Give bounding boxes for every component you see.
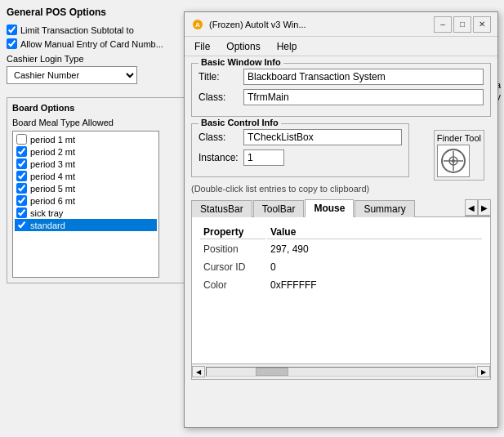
period3-label: period 3 mt — [30, 159, 75, 169]
meal-type-checklist[interactable]: period 1 mt period 2 mt period 3 mt peri… — [12, 131, 159, 278]
period1-checkbox[interactable] — [16, 134, 27, 145]
basic-control-info-title: Basic Control Info — [198, 118, 281, 127]
period6-checkbox[interactable] — [16, 195, 27, 206]
finder-tool-icon[interactable] — [437, 145, 470, 177]
period1-label: period 1 mt — [30, 135, 75, 145]
basic-window-info-title: Basic Window Info — [198, 57, 283, 67]
title-bar-buttons: – □ ✕ — [434, 16, 491, 33]
tab-summary[interactable]: Summary — [355, 200, 414, 217]
tabs-container: StatusBar ToolBar Mouse Summary ◀ ▶ Prop… — [191, 198, 491, 398]
autoit-icon: A — [191, 18, 204, 31]
finder-tool-box: Finder Tool — [434, 130, 484, 181]
standard-checkbox[interactable] — [16, 220, 27, 230]
control-class-row: Class: — [198, 129, 402, 145]
standard-label: standard — [30, 221, 65, 230]
allow-manual-entry-label: Allow Manual Entry of Card Numb... — [20, 39, 163, 49]
tab-statusbar[interactable]: StatusBar — [191, 200, 252, 217]
tabs-row: StatusBar ToolBar Mouse Summary ◀ ▶ — [191, 198, 491, 217]
close-button[interactable]: ✕ — [473, 16, 491, 33]
window-title: (Frozen) AutoIt v3 Win... — [209, 20, 306, 29]
limit-transaction-checkbox[interactable] — [7, 25, 17, 35]
svg-text:A: A — [195, 21, 200, 29]
list-item[interactable]: period 2 mt — [15, 145, 157, 158]
tab-toolbar[interactable]: ToolBar — [253, 200, 305, 217]
position-prop: Position — [200, 241, 265, 257]
board-options-title: Board Options — [12, 103, 184, 113]
title-row: Title: — [198, 69, 484, 85]
period3-checkbox[interactable] — [16, 158, 27, 169]
class-field-label: Class: — [198, 91, 243, 103]
period2-label: period 2 mt — [30, 147, 75, 157]
list-item[interactable]: period 3 mt — [15, 158, 157, 170]
title-bar-left: A (Frozen) AutoIt v3 Win... — [191, 18, 306, 31]
limit-transaction-row: Limit Transaction Subtotal to — [7, 25, 190, 35]
dblclick-hint: (Double-click list entries to copy to cl… — [191, 184, 491, 194]
finder-tool-label: Finder Tool — [437, 133, 481, 143]
period2-checkbox[interactable] — [16, 146, 27, 157]
maximize-button[interactable]: □ — [453, 16, 471, 33]
mouse-properties-table: Property Value Position 297, 490 Cursor … — [198, 224, 484, 295]
limit-transaction-label: Limit Transaction Subtotal to — [20, 25, 134, 35]
cursor-id-prop: Cursor ID — [200, 259, 265, 275]
instance-label: Instance: — [198, 152, 243, 163]
tab-prev-button[interactable]: ◀ — [465, 199, 478, 216]
basic-window-info-group: Basic Window Info Title: Class: — [191, 63, 491, 117]
title-field-label: Title: — [198, 71, 243, 82]
horizontal-scrollbar: ◀ ▶ — [191, 364, 491, 380]
list-item[interactable]: period 1 mt — [15, 133, 157, 145]
tab-content-mouse: Property Value Position 297, 490 Cursor … — [191, 217, 491, 364]
tab-content-wrapper: Property Value Position 297, 490 Cursor … — [191, 217, 491, 398]
svg-point-6 — [452, 159, 455, 163]
instance-row: Instance: — [198, 149, 402, 166]
list-item[interactable]: period 5 mt — [15, 182, 157, 194]
title-bar: A (Frozen) AutoIt v3 Win... – □ ✕ — [185, 12, 497, 37]
period4-checkbox[interactable] — [16, 171, 27, 181]
allow-manual-entry-checkbox[interactable] — [7, 38, 17, 49]
autoit-window: A (Frozen) AutoIt v3 Win... – □ ✕ File O… — [184, 11, 498, 428]
period5-checkbox[interactable] — [16, 183, 27, 194]
control-info-section: Basic Control Info Class: Instance: Find… — [191, 123, 491, 177]
board-options-section: Board Options Board Meal Type Allowed pe… — [7, 97, 190, 283]
col-header-property: Property — [200, 225, 265, 239]
scroll-track[interactable] — [206, 367, 476, 377]
minimize-button[interactable]: – — [434, 16, 452, 33]
menu-help[interactable]: Help — [274, 39, 301, 54]
control-class-label: Class: — [198, 132, 243, 143]
list-item[interactable]: period 6 mt — [15, 194, 157, 207]
sick-tray-checkbox[interactable] — [16, 207, 27, 218]
scroll-thumb — [256, 368, 288, 376]
cashier-login-dropdown[interactable]: Cashier Number Card PIN — [7, 66, 137, 84]
list-item[interactable]: sick tray — [15, 207, 157, 219]
table-row: Position 297, 490 — [200, 241, 482, 257]
panel-title: General POS Options — [7, 7, 190, 18]
menu-bar: File Options Help — [185, 37, 497, 56]
class-field-value[interactable] — [243, 89, 484, 105]
menu-options[interactable]: Options — [223, 39, 263, 54]
list-item-selected[interactable]: standard — [15, 219, 157, 231]
period4-label: period 4 mt — [30, 172, 75, 181]
scroll-left-button[interactable]: ◀ — [192, 366, 205, 377]
color-prop: Color — [200, 277, 265, 293]
color-value: 0xFFFFFF — [267, 277, 482, 293]
table-row: Color 0xFFFFFF — [200, 277, 482, 293]
board-meal-type-label: Board Meal Type Allowed — [12, 118, 184, 127]
content-area: Basic Window Info Title: Class: Basic Co… — [185, 56, 497, 404]
class-row-window: Class: — [198, 89, 484, 105]
general-pos-panel: General POS Options Limit Transaction Su… — [0, 0, 196, 437]
tab-mouse[interactable]: Mouse — [305, 199, 354, 217]
period5-label: period 5 mt — [30, 184, 75, 194]
control-class-value[interactable] — [243, 129, 402, 145]
position-value: 297, 490 — [267, 241, 482, 257]
tab-next-button[interactable]: ▶ — [478, 199, 491, 216]
menu-file[interactable]: File — [191, 39, 213, 54]
instance-value[interactable] — [243, 149, 284, 166]
title-field-value[interactable] — [243, 69, 484, 85]
cursor-id-value: 0 — [267, 259, 482, 275]
cashier-login-type-label: Cashier Login Type — [7, 54, 190, 64]
list-item[interactable]: period 4 mt — [15, 170, 157, 182]
scroll-right-button[interactable]: ▶ — [477, 366, 490, 377]
sick-tray-label: sick tray — [30, 208, 63, 218]
col-header-value: Value — [267, 225, 482, 239]
allow-manual-entry-row: Allow Manual Entry of Card Numb... — [7, 38, 190, 49]
table-row: Cursor ID 0 — [200, 259, 482, 275]
